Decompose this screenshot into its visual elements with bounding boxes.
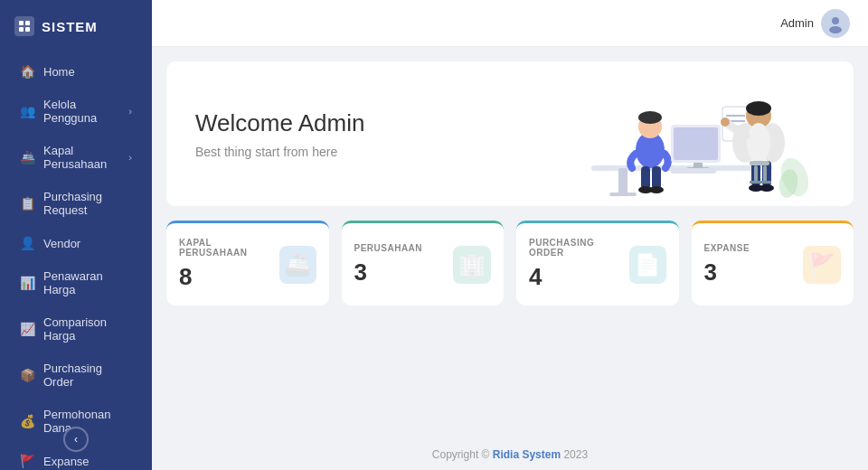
user-menu[interactable]: Admin xyxy=(780,9,850,38)
sidebar: SISTEM 🏠 Home 👥 Kelola Pengguna › 🚢 Kapa… xyxy=(0,0,152,470)
svg-point-29 xyxy=(747,123,770,163)
sidebar-item-kelola-pengguna[interactable]: 👥 Kelola Pengguna › xyxy=(5,89,146,134)
nav-label-vendor: Vendor xyxy=(43,237,80,250)
nav-label-penawaran-harga: Penawaran Harga xyxy=(43,269,132,296)
stat-icon-expanse: 🚩 xyxy=(803,246,841,284)
app-name: SISTEM xyxy=(42,19,98,34)
nav-icon-expanse: 🚩 xyxy=(20,454,34,468)
logo-icon xyxy=(14,16,34,36)
stat-icon-purchasing-order: 📄 xyxy=(629,246,666,284)
stat-label-purchasing-order: PURCHASING ORDER xyxy=(529,238,629,258)
svg-rect-20 xyxy=(671,168,716,174)
footer-prefix: Copyright © xyxy=(432,448,493,461)
nav-icon-kelola-pengguna: 👥 xyxy=(20,104,34,118)
svg-rect-2 xyxy=(19,27,24,32)
sidebar-item-penawaran-harga[interactable]: 📊 Penawaran Harga xyxy=(5,260,146,306)
nav-icon-penawaran-harga: 📊 xyxy=(20,276,34,290)
stat-card-expanse: EXPANSE 3 🚩 xyxy=(692,221,854,306)
svg-rect-13 xyxy=(652,166,661,189)
username-label: Admin xyxy=(780,16,814,30)
svg-point-30 xyxy=(721,118,730,127)
svg-point-5 xyxy=(829,26,842,33)
svg-point-34 xyxy=(760,184,774,192)
svg-rect-12 xyxy=(641,166,650,189)
main-content: Admin Welcome Admin Best thing start fro… xyxy=(152,0,868,470)
svg-rect-0 xyxy=(19,21,24,25)
svg-rect-8 xyxy=(609,193,637,196)
sidebar-item-vendor[interactable]: 👤 Vendor xyxy=(5,227,146,259)
nav-icon-comparison-harga: 📈 xyxy=(20,322,34,336)
stat-value-perusahaan: 3 xyxy=(354,258,423,287)
sidebar-item-purchasing-request[interactable]: 📋 Purchasing Request xyxy=(5,181,146,226)
stats-row: KAPAL PERUSAHAAN 8 🚢 PERUSAHAAN 3 🏢 PURC… xyxy=(166,221,854,306)
svg-point-26 xyxy=(746,101,771,116)
welcome-card: Welcome Admin Best thing start from here xyxy=(166,61,854,206)
nav-label-purchasing-request: Purchasing Request xyxy=(43,190,132,217)
nav-label-kelola-pengguna: Kelola Pengguna xyxy=(43,98,128,125)
svg-point-11 xyxy=(638,111,662,124)
nav-label-expanse: Expanse xyxy=(43,455,90,468)
nav-icon-home: 🏠 xyxy=(20,64,34,79)
svg-rect-7 xyxy=(618,168,627,195)
nav-icon-permohonan-dana: 💰 xyxy=(20,414,34,428)
svg-rect-17 xyxy=(674,127,718,160)
sidebar-collapse-button[interactable]: ‹ xyxy=(63,427,89,452)
svg-rect-1 xyxy=(25,21,30,25)
nav-label-permohonan-dana: Permohonan Dana xyxy=(43,408,132,435)
stat-label-perusahaan: PERUSAHAAN xyxy=(354,243,423,253)
sidebar-item-home[interactable]: 🏠 Home xyxy=(5,55,146,88)
chevron-icon: › xyxy=(128,152,132,163)
stat-value-kapal-perusahaan: 8 xyxy=(179,263,279,291)
svg-point-4 xyxy=(832,17,839,24)
welcome-illustration xyxy=(564,70,817,206)
app-logo: SISTEM xyxy=(0,0,152,51)
sidebar-item-purchasing-order[interactable]: 📦 Purchasing Order xyxy=(5,352,146,398)
svg-rect-38 xyxy=(750,181,771,183)
svg-point-15 xyxy=(649,186,664,193)
stat-value-expanse: 3 xyxy=(704,258,750,287)
top-header: Admin xyxy=(152,0,868,47)
stat-icon-perusahaan: 🏢 xyxy=(453,246,491,284)
nav-label-kapal-perusahaan: Kapal Perusahaan xyxy=(43,144,128,171)
avatar xyxy=(821,9,850,38)
footer-year: 2023 xyxy=(561,448,588,461)
nav-icon-kapal-perusahaan: 🚢 xyxy=(20,150,34,164)
stat-icon-kapal-perusahaan: 🚢 xyxy=(279,246,316,284)
nav-icon-purchasing-request: 📋 xyxy=(20,196,34,211)
chevron-icon: › xyxy=(128,106,132,117)
footer-brand: Ridia System xyxy=(493,448,561,461)
nav-icon-purchasing-order: 📦 xyxy=(20,368,34,382)
nav-label-comparison-harga: Comparison Harga xyxy=(43,315,132,343)
svg-rect-37 xyxy=(763,165,767,182)
footer: Copyright © Ridia System 2023 xyxy=(152,439,868,470)
sidebar-nav: 🏠 Home 👥 Kelola Pengguna › 🚢 Kapal Perus… xyxy=(0,51,152,470)
page-content: Welcome Admin Best thing start from here xyxy=(152,47,868,439)
svg-rect-35 xyxy=(750,161,769,165)
stat-card-kapal-perusahaan: KAPAL PERUSAHAAN 8 🚢 xyxy=(166,221,329,306)
stat-card-perusahaan: PERUSAHAAN 3 🏢 xyxy=(342,221,505,306)
stat-label-expanse: EXPANSE xyxy=(704,243,750,253)
sidebar-item-comparison-harga[interactable]: 📈 Comparison Harga xyxy=(5,306,146,352)
svg-rect-3 xyxy=(25,27,30,32)
nav-label-purchasing-order: Purchasing Order xyxy=(43,362,132,389)
nav-label-home: Home xyxy=(43,65,75,79)
svg-rect-36 xyxy=(754,165,758,182)
stat-value-purchasing-order: 4 xyxy=(529,263,629,291)
stat-label-kapal-perusahaan: KAPAL PERUSAHAAN xyxy=(179,238,279,258)
stat-card-purchasing-order: PURCHASING ORDER 4 📄 xyxy=(516,221,679,306)
nav-icon-vendor: 👤 xyxy=(20,236,34,250)
sidebar-item-kapal-perusahaan[interactable]: 🚢 Kapal Perusahaan › xyxy=(5,135,146,180)
